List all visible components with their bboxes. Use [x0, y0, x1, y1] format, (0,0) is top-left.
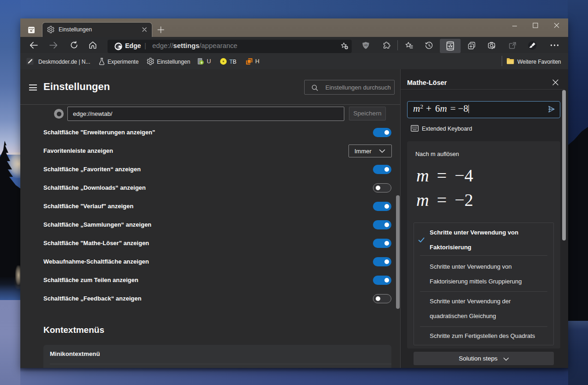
svg-text:UO: UO: [364, 44, 367, 47]
